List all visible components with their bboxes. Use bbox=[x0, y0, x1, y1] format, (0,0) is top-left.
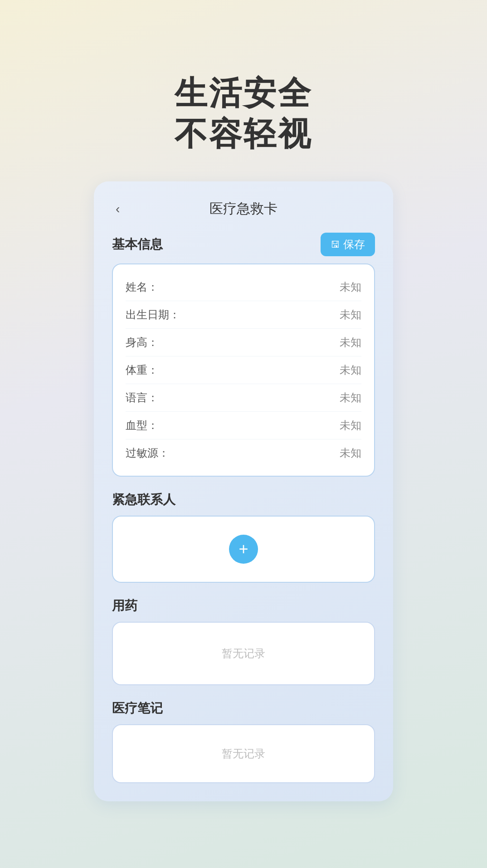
notes-label: 医疗笔记 bbox=[112, 701, 163, 715]
add-contact-button[interactable]: + bbox=[229, 535, 258, 564]
card-title: 医疗急救卡 bbox=[209, 200, 278, 218]
info-row: 血型：未知 bbox=[126, 412, 361, 439]
basic-info-box: 姓名：未知出生日期：未知身高：未知体重：未知语言：未知血型：未知过敏源：未知 bbox=[112, 263, 375, 477]
info-row-label: 体重： bbox=[126, 363, 158, 377]
medication-section: 用药 bbox=[112, 597, 375, 614]
info-row-value: 未知 bbox=[340, 307, 361, 322]
info-row: 出生日期：未知 bbox=[126, 301, 361, 329]
info-row-label: 血型： bbox=[126, 418, 158, 433]
notes-section: 医疗笔记 bbox=[112, 700, 375, 717]
info-row-label: 身高： bbox=[126, 335, 158, 350]
medical-card: ‹ 医疗急救卡 基本信息 🖫 保存 姓名：未知出生日期：未知身高：未知体重：未知… bbox=[94, 181, 393, 801]
add-icon: + bbox=[239, 541, 248, 557]
basic-info-header: 基本信息 🖫 保存 bbox=[112, 233, 375, 256]
notes-empty: 暂无记录 bbox=[222, 746, 265, 761]
info-row: 姓名：未知 bbox=[126, 273, 361, 301]
save-button[interactable]: 🖫 保存 bbox=[321, 233, 375, 256]
save-icon: 🖫 bbox=[331, 239, 340, 250]
basic-info-label: 基本信息 bbox=[112, 236, 163, 253]
info-row: 语言：未知 bbox=[126, 384, 361, 412]
save-label: 保存 bbox=[343, 237, 365, 252]
medication-box: 暂无记录 bbox=[112, 622, 375, 685]
card-header: ‹ 医疗急救卡 bbox=[112, 200, 375, 218]
hero-section: 生活安全 不容轻视 bbox=[175, 73, 312, 154]
hero-line2: 不容轻视 bbox=[175, 116, 312, 152]
emergency-contacts-section: 紧急联系人 bbox=[112, 491, 375, 508]
info-row: 过敏源：未知 bbox=[126, 439, 361, 467]
info-row-value: 未知 bbox=[340, 418, 361, 433]
info-row: 身高：未知 bbox=[126, 329, 361, 356]
info-row-value: 未知 bbox=[340, 335, 361, 350]
notes-box: 暂无记录 bbox=[112, 724, 375, 783]
contacts-box: + bbox=[112, 516, 375, 583]
hero-line1: 生活安全 bbox=[175, 75, 312, 111]
back-button[interactable]: ‹ bbox=[112, 200, 123, 218]
emergency-contacts-label: 紧急联系人 bbox=[112, 493, 175, 507]
medication-label: 用药 bbox=[112, 599, 137, 613]
info-row-value: 未知 bbox=[340, 446, 361, 460]
info-row-label: 出生日期： bbox=[126, 307, 180, 322]
medication-empty: 暂无记录 bbox=[222, 646, 265, 661]
info-row-label: 姓名： bbox=[126, 280, 158, 294]
info-row-label: 语言： bbox=[126, 390, 158, 405]
info-row-label: 过敏源： bbox=[126, 446, 169, 460]
info-row-value: 未知 bbox=[340, 390, 361, 405]
info-row-value: 未知 bbox=[340, 280, 361, 294]
info-row-value: 未知 bbox=[340, 363, 361, 377]
info-row: 体重：未知 bbox=[126, 356, 361, 384]
